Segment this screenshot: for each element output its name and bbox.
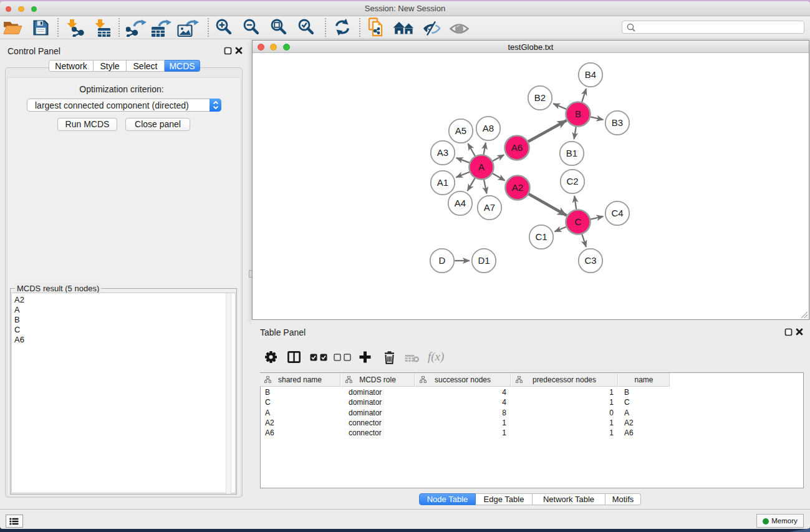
svg-text:A3: A3 bbox=[437, 147, 448, 158]
svg-text:A6: A6 bbox=[511, 142, 523, 153]
svg-text:B4: B4 bbox=[585, 69, 596, 80]
svg-text:A: A bbox=[478, 162, 485, 172]
svg-text:A4: A4 bbox=[455, 198, 466, 208]
svg-text:C: C bbox=[575, 216, 582, 227]
svg-text:C3: C3 bbox=[584, 255, 596, 266]
svg-text:B1: B1 bbox=[566, 148, 577, 158]
svg-text:B2: B2 bbox=[534, 92, 546, 103]
svg-text:A7: A7 bbox=[484, 202, 495, 213]
svg-text:A1: A1 bbox=[437, 177, 448, 188]
svg-text:A5: A5 bbox=[455, 125, 466, 136]
svg-text:A8: A8 bbox=[483, 123, 494, 133]
svg-text:B3: B3 bbox=[612, 117, 623, 128]
svg-text:D: D bbox=[439, 255, 446, 266]
svg-text:C4: C4 bbox=[611, 208, 623, 218]
svg-text:D1: D1 bbox=[478, 255, 489, 266]
svg-text:C1: C1 bbox=[535, 231, 547, 242]
svg-text:B: B bbox=[575, 109, 581, 119]
svg-text:C2: C2 bbox=[566, 176, 578, 186]
svg-text:A2: A2 bbox=[512, 182, 523, 193]
